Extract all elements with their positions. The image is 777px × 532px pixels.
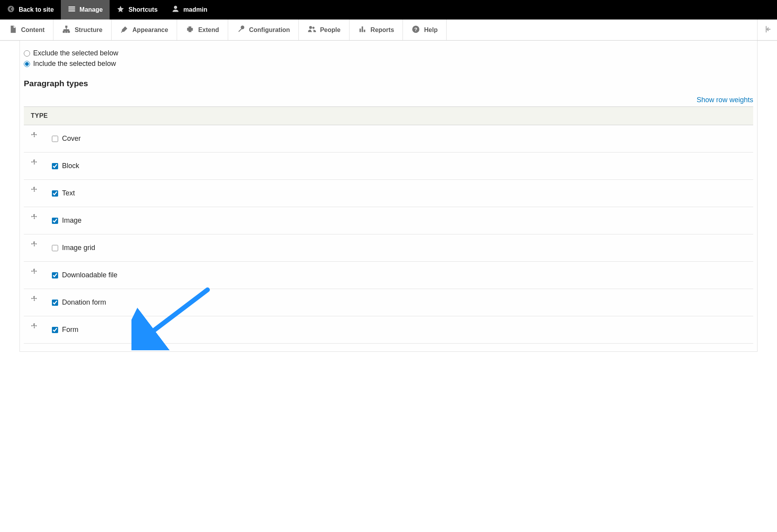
admin-content-label: Content [21, 27, 44, 34]
drag-handle-icon[interactable] [31, 133, 38, 140]
drag-handle-icon[interactable] [31, 161, 38, 167]
shortcuts-button[interactable]: Shortcuts [110, 0, 165, 20]
chevron-left-icon [7, 5, 15, 14]
paragraph-type-checkbox[interactable] [52, 163, 58, 169]
drag-handle-icon[interactable] [31, 215, 38, 222]
bar-chart-icon [358, 25, 367, 35]
row-weights-toggle: Show row weights [20, 96, 753, 104]
admin-appearance-label: Appearance [133, 27, 169, 34]
wrench-icon [237, 25, 245, 35]
paragraph-type-label: Cover [62, 135, 81, 143]
admin-content-link[interactable]: Content [0, 20, 53, 40]
table-row: Cover [24, 125, 753, 153]
toolbar-collapse-button[interactable] [757, 20, 777, 40]
admin-people-label: People [320, 27, 340, 34]
people-icon [307, 25, 316, 35]
shortcuts-label: Shortcuts [128, 6, 158, 13]
field-settings-panel: Exclude the selected below Include the s… [20, 41, 757, 352]
radio-exclude-row: Exclude the selected below [24, 49, 757, 57]
admin-extend-label: Extend [198, 27, 219, 34]
svg-point-1 [191, 26, 193, 28]
paragraph-type-checkbox[interactable] [52, 218, 58, 224]
admin-structure-label: Structure [75, 27, 102, 34]
drag-handle-icon[interactable] [31, 243, 38, 249]
page-content: Exclude the selected below Include the s… [0, 41, 777, 352]
radio-exclude-label: Exclude the selected below [33, 49, 118, 57]
puzzle-icon [186, 25, 194, 35]
star-icon [117, 5, 124, 14]
selection-mode-radios: Exclude the selected below Include the s… [24, 49, 757, 68]
manage-button[interactable]: Manage [61, 0, 110, 20]
collapse-icon [763, 25, 772, 35]
show-row-weights-link[interactable]: Show row weights [697, 96, 753, 104]
paragraph-type-checkbox[interactable] [52, 190, 58, 197]
paragraph-type-checkbox[interactable] [52, 272, 58, 278]
paint-icon [120, 25, 129, 35]
admin-reports-label: Reports [371, 27, 394, 34]
drag-handle-icon[interactable] [31, 325, 38, 331]
table-header-type: TYPE [24, 107, 753, 125]
paragraph-type-label: Text [62, 189, 75, 197]
admin-appearance-link[interactable]: Appearance [112, 20, 177, 40]
paragraph-type-checkbox[interactable] [52, 300, 58, 306]
adminbar-spacer [447, 20, 757, 40]
paragraph-type-label: Donation form [62, 298, 106, 307]
section-heading: Paragraph types [24, 79, 753, 88]
admin-extend-link[interactable]: Extend [177, 20, 228, 40]
drag-handle-icon[interactable] [31, 270, 38, 276]
paragraph-type-checkbox[interactable] [52, 245, 58, 251]
paragraph-type-label: Image grid [62, 244, 95, 252]
admin-help-link[interactable]: ? Help [403, 20, 447, 40]
back-to-site-button[interactable]: Back to site [0, 0, 61, 20]
table-row: Downloadable file [24, 262, 753, 289]
table-row: Form [24, 316, 753, 344]
drag-handle-icon[interactable] [31, 297, 38, 303]
svg-point-0 [8, 6, 14, 12]
paragraph-type-label: Downloadable file [62, 271, 117, 279]
paragraph-types-table: TYPE CoverBlockTextImageImage gridDownlo… [24, 106, 753, 344]
manage-label: Manage [80, 6, 103, 13]
drag-handle-icon[interactable] [31, 188, 38, 194]
help-icon: ? [412, 25, 420, 35]
admin-people-link[interactable]: People [299, 20, 349, 40]
paragraph-type-label: Image [62, 216, 82, 225]
user-menu-button[interactable]: madmin [165, 0, 214, 20]
top-toolbar: Back to site Manage Shortcuts madmin [0, 0, 777, 20]
svg-text:?: ? [414, 26, 417, 32]
paragraph-type-label: Block [62, 162, 79, 170]
radio-include-label: Include the selected below [33, 60, 116, 68]
admin-menu: Content Structure Appearance Extend Conf… [0, 20, 777, 41]
table-row: Donation form [24, 289, 753, 316]
structure-icon [62, 25, 71, 35]
back-to-site-label: Back to site [19, 6, 54, 13]
user-label: madmin [183, 6, 207, 13]
paragraph-type-label: Form [62, 326, 78, 334]
admin-reports-link[interactable]: Reports [349, 20, 403, 40]
table-row: Block [24, 153, 753, 180]
hamburger-icon [68, 5, 76, 14]
paragraph-type-checkbox[interactable] [52, 327, 58, 333]
radio-include[interactable] [24, 61, 30, 67]
table-row: Image [24, 207, 753, 234]
radio-include-row: Include the selected below [24, 60, 757, 68]
radio-exclude[interactable] [24, 50, 30, 57]
table-row: Image grid [24, 234, 753, 262]
admin-help-label: Help [424, 27, 438, 34]
document-icon [9, 25, 17, 35]
admin-configuration-label: Configuration [249, 27, 290, 34]
paragraph-type-checkbox[interactable] [52, 136, 58, 142]
user-icon [172, 5, 179, 14]
admin-configuration-link[interactable]: Configuration [228, 20, 299, 40]
admin-structure-link[interactable]: Structure [53, 20, 111, 40]
table-row: Text [24, 180, 753, 207]
